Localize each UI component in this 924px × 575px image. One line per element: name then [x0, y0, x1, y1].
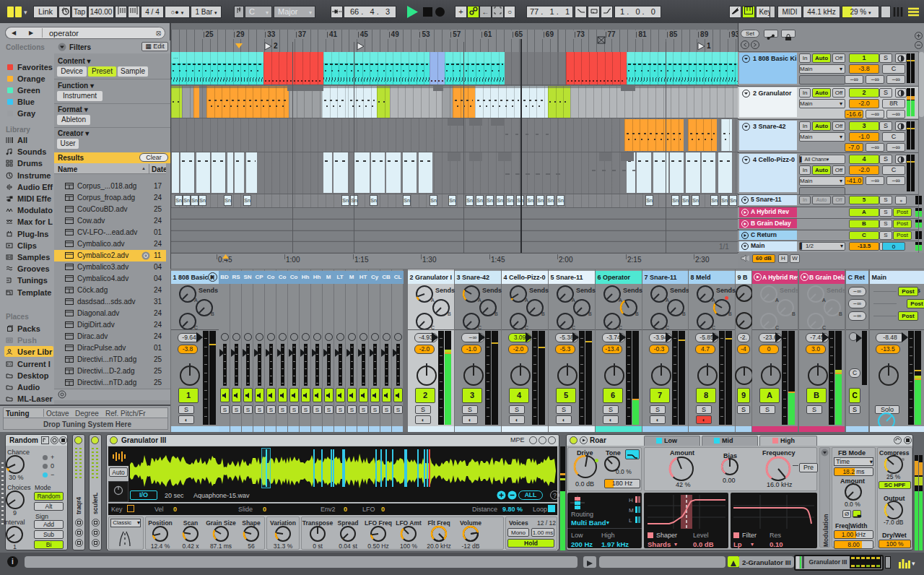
- svg-text:?: ?: [553, 492, 557, 499]
